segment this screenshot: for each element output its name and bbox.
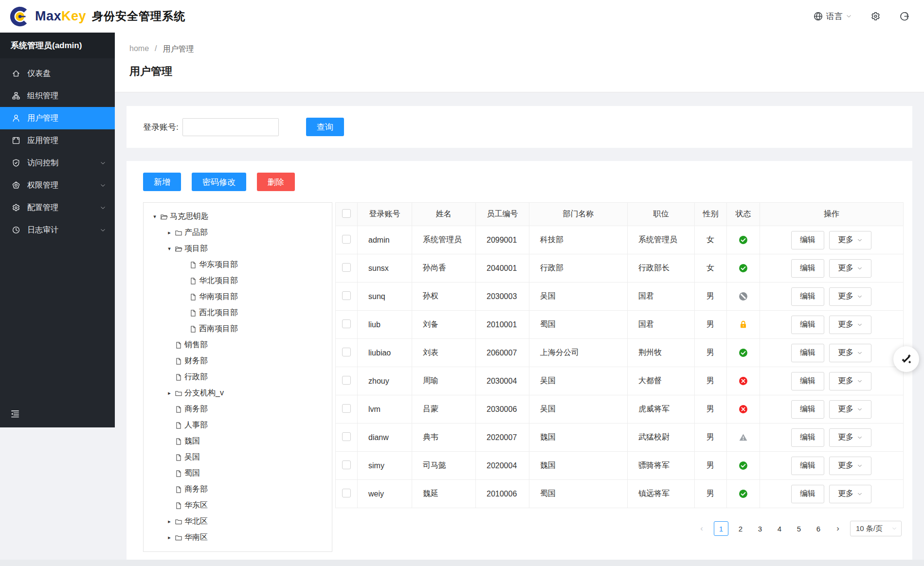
tree-node[interactable]: 西南项目部 <box>146 321 329 337</box>
tree-node[interactable]: 华东区 <box>146 497 329 513</box>
pagination-page-1[interactable]: 1 <box>714 521 728 536</box>
cell-checkbox <box>336 480 358 508</box>
tree-node[interactable]: ▸分支机构_v <box>146 385 329 401</box>
add-user-button[interactable]: 新增 <box>143 173 181 191</box>
sidebar-item-access-control[interactable]: 访问控制 <box>0 152 115 174</box>
cell-name: 周瑜 <box>412 367 476 395</box>
row-checkbox[interactable] <box>342 319 351 328</box>
tree-node[interactable]: 华南项目部 <box>146 289 329 305</box>
caret-down-icon[interactable]: ▾ <box>165 246 174 252</box>
delete-button[interactable]: 删除 <box>257 173 295 191</box>
tree-node[interactable]: 财务部 <box>146 353 329 369</box>
tree-node[interactable]: 吴国 <box>146 449 329 465</box>
row-checkbox[interactable] <box>342 489 351 497</box>
edit-button[interactable]: 编辑 <box>791 372 824 390</box>
more-button[interactable]: 更多 <box>829 259 871 278</box>
cell-position: 镇远将军 <box>628 480 695 508</box>
tree-node[interactable]: 华北项目部 <box>146 273 329 289</box>
pagination-page-4[interactable]: 4 <box>772 521 787 536</box>
edit-button[interactable]: 编辑 <box>791 485 824 503</box>
caret-right-icon[interactable]: ▸ <box>165 534 174 541</box>
edit-button[interactable]: 编辑 <box>791 231 824 249</box>
more-button[interactable]: 更多 <box>829 372 871 390</box>
sidebar-item-users[interactable]: 用户管理 <box>0 107 115 129</box>
tree-node[interactable]: 商务部 <box>146 481 329 497</box>
breadcrumb-current: 用户管理 <box>163 44 194 54</box>
more-button[interactable]: 更多 <box>829 400 871 419</box>
assistant-wand-button[interactable] <box>893 346 919 372</box>
more-button[interactable]: 更多 <box>829 231 871 249</box>
sidebar-item-label: 组织管理 <box>27 91 58 101</box>
more-button[interactable]: 更多 <box>829 287 871 306</box>
sidebar-item-dashboard[interactable]: 仪表盘 <box>0 62 115 85</box>
sidebar-item-applications[interactable]: 应用管理 <box>0 129 115 152</box>
edit-button[interactable]: 编辑 <box>791 316 824 334</box>
edit-button[interactable]: 编辑 <box>791 457 824 475</box>
cell-account: dianw <box>358 424 412 452</box>
caret-right-icon[interactable]: ▸ <box>165 230 174 236</box>
tree-node[interactable]: 蜀国 <box>146 465 329 481</box>
account-search-input[interactable] <box>182 118 279 136</box>
tree-node[interactable]: ▸华北区 <box>146 513 329 530</box>
chevron-down-icon <box>846 13 852 19</box>
tree-node[interactable]: 销售部 <box>146 337 329 353</box>
pagination-next[interactable]: › <box>831 521 845 536</box>
more-button[interactable]: 更多 <box>829 344 871 362</box>
query-button[interactable]: 查询 <box>306 118 344 136</box>
sidebar-item-organizations[interactable]: 组织管理 <box>0 85 115 107</box>
tree-node[interactable]: ▾马克思钥匙 <box>146 209 329 225</box>
row-checkbox[interactable] <box>342 404 351 413</box>
edit-button[interactable]: 编辑 <box>791 428 824 447</box>
tree-node[interactable]: ▾项目部 <box>146 241 329 257</box>
row-checkbox[interactable] <box>342 348 351 356</box>
tree-node[interactable]: 行政部 <box>146 369 329 385</box>
tree-node[interactable]: ▸产品部 <box>146 225 329 241</box>
edit-button[interactable]: 编辑 <box>791 400 824 419</box>
caret-down-icon[interactable]: ▾ <box>150 213 159 220</box>
select-all-checkbox[interactable] <box>342 209 351 218</box>
more-button[interactable]: 更多 <box>829 485 871 503</box>
tree-node[interactable]: 商务部 <box>146 401 329 417</box>
caret-right-icon[interactable]: ▸ <box>165 390 174 396</box>
page-size-select[interactable]: 10 条/页 <box>850 521 902 536</box>
cell-actions: 编辑更多 <box>760 311 904 339</box>
tree-node[interactable]: 西北项目部 <box>146 305 329 321</box>
pagination-page-5[interactable]: 5 <box>792 521 806 536</box>
edit-button[interactable]: 编辑 <box>791 287 824 306</box>
cell-account: sunsx <box>358 254 412 283</box>
pagination-prev[interactable]: ‹ <box>694 521 709 536</box>
more-button[interactable]: 更多 <box>829 316 871 334</box>
maxkey-logo-icon <box>9 5 31 28</box>
pagination-page-3[interactable]: 3 <box>753 521 767 536</box>
cell-account: admin <box>358 226 412 254</box>
row-checkbox[interactable] <box>342 235 351 244</box>
sidebar-item-audit-log[interactable]: 日志审计 <box>0 219 115 241</box>
pagination-page-6[interactable]: 6 <box>811 521 826 536</box>
settings-gear-icon[interactable] <box>870 11 881 21</box>
row-checkbox[interactable] <box>342 376 351 385</box>
row-checkbox[interactable] <box>342 263 351 272</box>
collapse-sidebar-button[interactable] <box>10 409 20 420</box>
tree-node[interactable]: 华东项目部 <box>146 257 329 273</box>
tree-node[interactable]: ▸华南区 <box>146 530 329 546</box>
edit-button[interactable]: 编辑 <box>791 344 824 362</box>
logout-icon[interactable] <box>899 11 909 21</box>
breadcrumb-home[interactable]: home <box>129 44 149 54</box>
row-checkbox[interactable] <box>342 432 351 441</box>
tree-node-label: 人事部 <box>184 420 208 430</box>
caret-right-icon[interactable]: ▸ <box>165 518 174 525</box>
tree-node[interactable]: 人事部 <box>146 417 329 433</box>
sidebar-item-configuration[interactable]: 配置管理 <box>0 196 115 219</box>
change-password-button[interactable]: 密码修改 <box>192 173 246 191</box>
pagination-page-2[interactable]: 2 <box>733 521 748 536</box>
language-menu[interactable]: 语言 <box>813 11 852 22</box>
row-checkbox[interactable] <box>342 460 351 469</box>
tree-node[interactable]: 魏国 <box>146 433 329 449</box>
edit-button[interactable]: 编辑 <box>791 259 824 278</box>
more-button[interactable]: 更多 <box>829 428 871 447</box>
main-content: home / 用户管理 用户管理 登录账号: 查询 新增 密码修改 删除 ▾马克… <box>115 33 924 562</box>
row-checkbox[interactable] <box>342 291 351 300</box>
more-button[interactable]: 更多 <box>829 457 871 475</box>
sidebar-item-permissions[interactable]: 权限管理 <box>0 174 115 196</box>
cell-checkbox <box>336 452 358 480</box>
